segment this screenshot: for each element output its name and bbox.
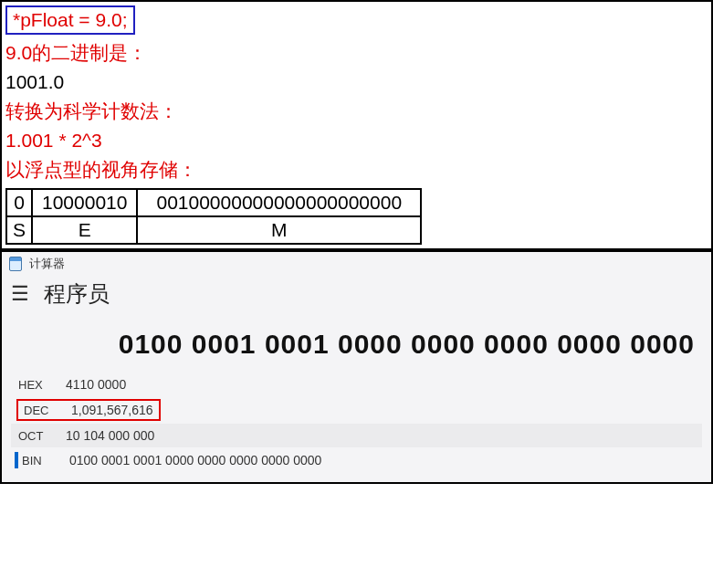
scientific-notation-label: 转换为科学计数法： bbox=[5, 99, 708, 124]
hex-row[interactable]: HEX 4110 0000 bbox=[11, 373, 702, 396]
bin-label: BIN bbox=[22, 454, 57, 467]
oct-label: OCT bbox=[18, 429, 53, 443]
bin-row[interactable]: BIN 0100 0001 0001 0000 0000 0000 0000 0… bbox=[11, 447, 702, 473]
float-view-label: 以浮点型的视角存储： bbox=[5, 157, 708, 183]
dec-row[interactable]: DEC 1,091,567,616 bbox=[11, 396, 702, 424]
bin-active-marker bbox=[15, 452, 18, 468]
dec-value: 1,091,567,616 bbox=[71, 403, 153, 417]
explanation-panel: *pFloat = 9.0; 9.0的二进制是： 1001.0 转换为科学计数法… bbox=[0, 0, 713, 250]
dec-highlight-box: DEC 1,091,567,616 bbox=[16, 399, 161, 421]
calculator-icon bbox=[9, 257, 22, 271]
calculator-mode: 程序员 bbox=[44, 279, 110, 309]
ieee-sign-value: 0 bbox=[6, 189, 32, 216]
calculator-titlebar: 计算器 bbox=[2, 252, 711, 276]
oct-row[interactable]: OCT 10 104 000 000 bbox=[11, 424, 702, 447]
calculator-app-title: 计算器 bbox=[29, 256, 65, 272]
calculator-header: ☰ 程序员 bbox=[2, 276, 711, 312]
ieee-mantissa-label: M bbox=[137, 216, 421, 244]
dec-label: DEC bbox=[24, 404, 58, 417]
binary-value: 1001.0 bbox=[5, 71, 708, 93]
ieee754-table: 0 10000010 00100000000000000000000 S E M bbox=[5, 188, 422, 245]
hex-label: HEX bbox=[18, 378, 53, 392]
ieee-mantissa-value: 00100000000000000000000 bbox=[137, 189, 421, 216]
hex-value: 4110 0000 bbox=[66, 377, 126, 392]
binary-label: 9.0的二进制是： bbox=[5, 40, 708, 66]
bin-value: 0100 0001 0001 0000 0000 0000 0000 0000 bbox=[69, 453, 321, 467]
code-assignment-box: *pFloat = 9.0; bbox=[5, 5, 135, 35]
ieee-sign-label: S bbox=[6, 216, 32, 244]
ieee-exponent-value: 10000010 bbox=[32, 189, 137, 216]
ieee-exponent-label: E bbox=[32, 216, 137, 244]
calculator-window: 计算器 ☰ 程序员 0100 0001 0001 0000 0000 0000 … bbox=[0, 250, 713, 484]
oct-value: 10 104 000 000 bbox=[66, 428, 154, 443]
code-assignment: *pFloat = 9.0; bbox=[13, 9, 128, 30]
number-system-rows: HEX 4110 0000 DEC 1,091,567,616 OCT 10 1… bbox=[2, 373, 711, 482]
hamburger-menu-icon[interactable]: ☰ bbox=[11, 284, 29, 304]
scientific-notation-value: 1.001 * 2^3 bbox=[5, 130, 708, 152]
calculator-display: 0100 0001 0001 0000 0000 0000 0000 0000 bbox=[2, 312, 711, 373]
